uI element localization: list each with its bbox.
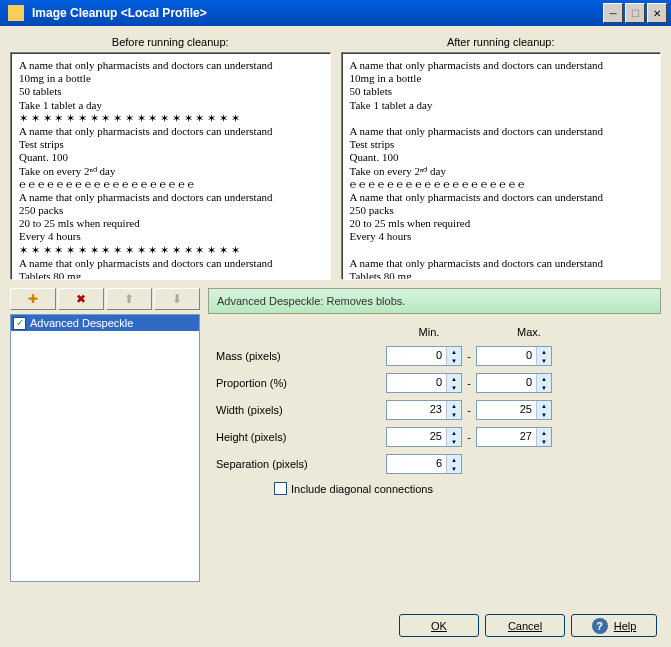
list-item-checkbox[interactable] bbox=[13, 317, 26, 330]
list-item[interactable]: Advanced Despeckle bbox=[11, 315, 199, 331]
spin-up-icon[interactable]: ▲ bbox=[446, 374, 461, 383]
spin-up-icon[interactable]: ▲ bbox=[536, 401, 551, 410]
height-label: Height (pixels) bbox=[216, 431, 386, 443]
width-min-input[interactable]: 23▲▼ bbox=[386, 400, 462, 420]
spin-up-icon[interactable]: ▲ bbox=[446, 401, 461, 410]
list-item-label: Advanced Despeckle bbox=[30, 317, 133, 329]
list-toolbar: ✚ ✖ ⬆ ⬇ bbox=[10, 288, 200, 310]
add-button[interactable]: ✚ bbox=[10, 288, 56, 310]
spin-up-icon[interactable]: ▲ bbox=[446, 428, 461, 437]
before-preview: A name that only pharmacists and doctors… bbox=[10, 52, 331, 280]
spin-down-icon[interactable]: ▼ bbox=[536, 410, 551, 419]
diagonal-label: Include diagonal connections bbox=[291, 483, 433, 495]
help-button[interactable]: ? Help bbox=[571, 614, 657, 637]
description-bar: Advanced Despeckle: Removes blobs. bbox=[208, 288, 661, 314]
spin-down-icon[interactable]: ▼ bbox=[446, 464, 461, 473]
help-icon: ? bbox=[592, 618, 608, 634]
window-title: Image Cleanup <Local Profile> bbox=[28, 6, 601, 20]
mass-label: Mass (pixels) bbox=[216, 350, 386, 362]
spin-down-icon[interactable]: ▼ bbox=[446, 410, 461, 419]
spin-down-icon[interactable]: ▼ bbox=[536, 437, 551, 446]
move-down-button[interactable]: ⬇ bbox=[154, 288, 200, 310]
proportion-label: Proportion (%) bbox=[216, 377, 386, 389]
cleanup-steps-list[interactable]: Advanced Despeckle bbox=[10, 314, 200, 582]
cancel-button[interactable]: Cancel bbox=[485, 614, 565, 637]
move-up-button[interactable]: ⬆ bbox=[106, 288, 152, 310]
width-max-input[interactable]: 25▲▼ bbox=[476, 400, 552, 420]
mass-min-input[interactable]: 0▲▼ bbox=[386, 346, 462, 366]
separation-label: Separation (pixels) bbox=[216, 458, 386, 470]
dialog-footer: OK Cancel ? Help bbox=[399, 614, 657, 637]
height-min-input[interactable]: 25▲▼ bbox=[386, 427, 462, 447]
titlebar: Image Cleanup <Local Profile> ─ ☐ ✕ bbox=[0, 0, 671, 26]
after-label: After running cleanup: bbox=[341, 36, 662, 48]
proportion-max-input[interactable]: 0▲▼ bbox=[476, 373, 552, 393]
spin-down-icon[interactable]: ▼ bbox=[536, 356, 551, 365]
minimize-button[interactable]: ─ bbox=[603, 3, 623, 23]
spin-down-icon[interactable]: ▼ bbox=[446, 356, 461, 365]
spin-up-icon[interactable]: ▲ bbox=[536, 428, 551, 437]
spin-up-icon[interactable]: ▲ bbox=[446, 347, 461, 356]
close-button[interactable]: ✕ bbox=[647, 3, 667, 23]
spin-up-icon[interactable]: ▲ bbox=[536, 347, 551, 356]
spin-down-icon[interactable]: ▼ bbox=[536, 383, 551, 392]
app-icon bbox=[8, 5, 24, 21]
max-header: Max. bbox=[486, 326, 572, 338]
separation-input[interactable]: 6▲▼ bbox=[386, 454, 462, 474]
height-max-input[interactable]: 27▲▼ bbox=[476, 427, 552, 447]
after-preview: A name that only pharmacists and doctors… bbox=[341, 52, 662, 280]
min-header: Min. bbox=[386, 326, 472, 338]
proportion-min-input[interactable]: 0▲▼ bbox=[386, 373, 462, 393]
spin-down-icon[interactable]: ▼ bbox=[446, 383, 461, 392]
diagonal-checkbox[interactable] bbox=[274, 482, 287, 495]
maximize-button: ☐ bbox=[625, 3, 645, 23]
window-controls: ─ ☐ ✕ bbox=[601, 3, 667, 23]
mass-max-input[interactable]: 0▲▼ bbox=[476, 346, 552, 366]
width-label: Width (pixels) bbox=[216, 404, 386, 416]
before-label: Before running cleanup: bbox=[10, 36, 331, 48]
spin-down-icon[interactable]: ▼ bbox=[446, 437, 461, 446]
spin-up-icon[interactable]: ▲ bbox=[536, 374, 551, 383]
spin-up-icon[interactable]: ▲ bbox=[446, 455, 461, 464]
delete-button[interactable]: ✖ bbox=[58, 288, 104, 310]
ok-button[interactable]: OK bbox=[399, 614, 479, 637]
